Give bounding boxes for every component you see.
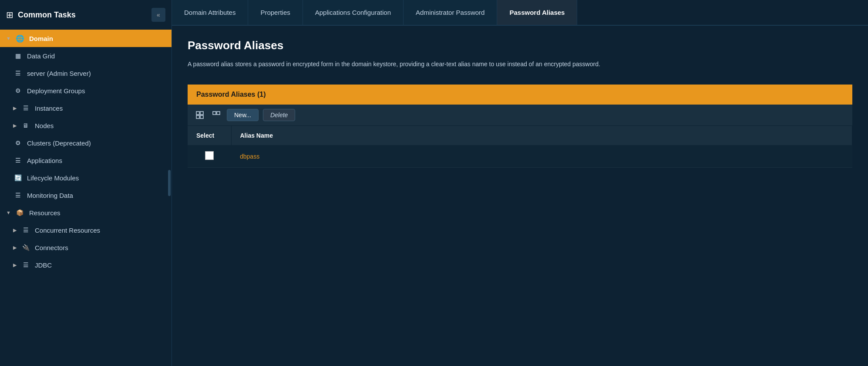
- sidebar-item-label: Concurrent Resources: [35, 227, 100, 234]
- sidebar-item-resources[interactable]: ▼ 📦 Resources: [0, 204, 172, 221]
- monitoring-icon: ☰: [13, 190, 23, 200]
- row-alias-name-cell: dbpass: [231, 145, 852, 168]
- new-button[interactable]: New...: [227, 109, 259, 121]
- server-icon: ☰: [13, 68, 23, 78]
- sidebar-item-label: JDBC: [35, 261, 52, 269]
- tab-domain-attributes[interactable]: Domain Attributes: [172, 0, 248, 25]
- sidebar-item-label: Instances: [35, 105, 63, 112]
- concurrent-arrow-icon: ▶: [13, 227, 17, 233]
- domain-arrow-icon: ▼: [6, 36, 11, 41]
- concurrent-icon: ☰: [21, 225, 30, 235]
- sidebar-item-monitoring-data[interactable]: ☰ Monitoring Data: [0, 186, 172, 204]
- table-header-row: Select Alias Name: [188, 126, 852, 145]
- jdbc-icon: ☰: [21, 260, 30, 270]
- sidebar-item-label: Lifecycle Modules: [27, 174, 79, 182]
- col-header-select: Select: [188, 126, 231, 145]
- connectors-arrow-icon: ▶: [13, 245, 17, 251]
- connectors-icon: 🔌: [21, 243, 30, 252]
- sidebar-item-label: Applications: [27, 157, 62, 164]
- sidebar-scrollbar[interactable]: [168, 170, 171, 196]
- sidebar-item-applications[interactable]: ☰ Applications: [0, 152, 172, 169]
- jdbc-arrow-icon: ▶: [13, 262, 17, 268]
- svg-rect-0: [196, 112, 199, 115]
- table-row: dbpass: [188, 145, 852, 168]
- sidebar-item-nodes[interactable]: ▶ 🖥 Nodes: [0, 117, 172, 134]
- tab-password-aliases[interactable]: Password Aliases: [497, 0, 577, 25]
- svg-rect-5: [217, 112, 220, 115]
- sidebar-item-label: Connectors: [35, 244, 68, 251]
- sidebar-item-lifecycle-modules[interactable]: 🔄 Lifecycle Modules: [0, 169, 172, 186]
- sidebar-item-label: Deployment Groups: [27, 87, 85, 95]
- svg-rect-4: [213, 112, 216, 115]
- sidebar-item-label: Domain: [29, 35, 53, 42]
- resources-arrow-icon: ▼: [6, 210, 11, 215]
- section-header: Password Aliases (1): [188, 85, 852, 105]
- domain-globe-icon: 🌐: [15, 34, 25, 43]
- sidebar-grid-icon: ⊞: [6, 10, 13, 20]
- sidebar-item-instances[interactable]: ▶ ☰ Instances: [0, 99, 172, 117]
- nodes-arrow-icon: ▶: [13, 123, 17, 129]
- sidebar-item-label: Monitoring Data: [27, 192, 73, 199]
- deselect-all-button[interactable]: [210, 109, 222, 121]
- col-header-alias-name: Alias Name: [231, 126, 852, 145]
- main-content: Domain Attributes Properties Application…: [172, 0, 868, 366]
- password-aliases-table: Select Alias Name dbpass: [188, 126, 852, 168]
- sidebar-item-data-grid[interactable]: ▦ Data Grid: [0, 47, 172, 64]
- sidebar-item-label: Resources: [29, 209, 61, 217]
- lifecycle-icon: 🔄: [13, 173, 23, 183]
- tab-administrator-password[interactable]: Administrator Password: [404, 0, 497, 25]
- row-select-cell[interactable]: [188, 145, 231, 168]
- delete-button[interactable]: Delete: [263, 109, 295, 121]
- sidebar-header: ⊞ Common Tasks «: [0, 0, 172, 30]
- resources-icon: 📦: [15, 208, 25, 217]
- sidebar: ⊞ Common Tasks « ▼ 🌐 Domain ▦ Data Grid …: [0, 0, 172, 366]
- sidebar-item-label: server (Admin Server): [27, 70, 91, 77]
- applications-icon: ☰: [13, 156, 23, 165]
- svg-rect-2: [196, 115, 199, 119]
- page-body: Password Aliases A password alias stores…: [172, 26, 868, 366]
- instances-arrow-icon: ▶: [13, 105, 17, 111]
- sidebar-title-row: ⊞ Common Tasks: [6, 10, 76, 20]
- tab-applications-configuration[interactable]: Applications Configuration: [303, 0, 404, 25]
- sidebar-item-jdbc[interactable]: ▶ ☰ JDBC: [0, 256, 172, 274]
- data-grid-icon: ▦: [13, 51, 23, 61]
- sidebar-item-concurrent-resources[interactable]: ▶ ☰ Concurrent Resources: [0, 221, 172, 239]
- sidebar-item-server[interactable]: ☰ server (Admin Server): [0, 64, 172, 82]
- row-checkbox[interactable]: [205, 151, 214, 160]
- alias-name-link[interactable]: dbpass: [240, 153, 259, 160]
- sidebar-item-domain[interactable]: ▼ 🌐 Domain: [0, 30, 172, 47]
- page-description: A password alias stores a password in en…: [188, 59, 666, 69]
- svg-rect-3: [200, 115, 203, 119]
- nodes-icon: 🖥: [21, 121, 30, 130]
- sidebar-item-label: Nodes: [35, 122, 54, 129]
- tabs-bar: Domain Attributes Properties Application…: [172, 0, 868, 26]
- sidebar-item-connectors[interactable]: ▶ 🔌 Connectors: [0, 239, 172, 256]
- svg-rect-1: [200, 112, 203, 115]
- select-all-button[interactable]: [194, 109, 206, 121]
- clusters-icon: ⚙: [13, 138, 23, 148]
- instances-icon: ☰: [21, 103, 30, 113]
- common-tasks-label: Common Tasks: [18, 10, 76, 20]
- table-toolbar: New... Delete: [188, 105, 852, 126]
- sidebar-item-label: Data Grid: [27, 52, 55, 60]
- sidebar-item-label: Clusters (Deprecated): [27, 139, 91, 147]
- deployment-groups-icon: ⚙: [13, 86, 23, 95]
- sidebar-item-clusters[interactable]: ⚙ Clusters (Deprecated): [0, 134, 172, 152]
- sidebar-item-deployment-groups[interactable]: ⚙ Deployment Groups: [0, 82, 172, 99]
- page-title: Password Aliases: [188, 39, 852, 52]
- tab-properties[interactable]: Properties: [248, 0, 303, 25]
- password-aliases-section: Password Aliases (1): [188, 85, 852, 168]
- collapse-sidebar-button[interactable]: «: [151, 8, 165, 22]
